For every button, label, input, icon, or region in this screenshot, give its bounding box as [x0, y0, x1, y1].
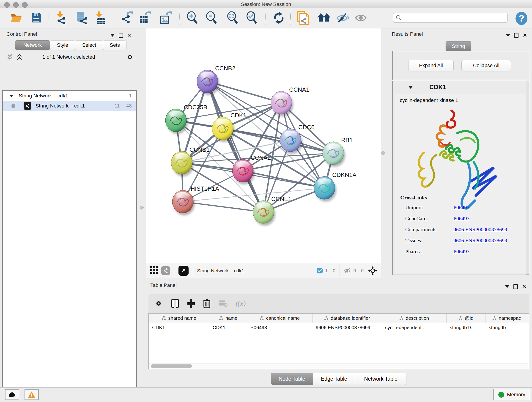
network-node-cdk1[interactable] — [212, 117, 234, 142]
enable-glass-ball-button[interactable] — [336, 11, 349, 25]
panel-close-icon[interactable]: ✕ — [127, 32, 132, 38]
table-column-header[interactable]: canonical name — [247, 313, 312, 323]
table-column-header[interactable]: database identifier — [312, 313, 382, 323]
cloud-status-button[interactable] — [5, 389, 19, 400]
right-splitter-knob[interactable] — [381, 151, 385, 155]
table-column-header[interactable]: name — [209, 313, 247, 323]
table-column-header[interactable]: namespac — [486, 313, 528, 323]
panel-float-icon[interactable] — [506, 34, 510, 37]
save-icon — [31, 12, 42, 23]
string-protein-query-button[interactable] — [297, 11, 310, 25]
table-column-header[interactable]: shared name — [149, 313, 209, 323]
export-table-icon — [139, 12, 151, 24]
network-edge[interactable] — [207, 81, 333, 153]
network-node-ccnb2[interactable] — [197, 70, 219, 95]
table-cell[interactable]: CDK1 — [149, 323, 209, 332]
help-button[interactable]: ? — [515, 12, 528, 26]
panel-undock-icon[interactable] — [513, 284, 518, 289]
panel-close-icon[interactable]: ✕ — [523, 32, 527, 38]
tab-string[interactable]: String — [446, 41, 471, 51]
panel-float-icon[interactable] — [110, 34, 114, 37]
delete-column-trash-icon[interactable] — [203, 299, 211, 308]
open-session-button[interactable] — [10, 11, 23, 25]
hidden-eye-slash-icon[interactable] — [344, 268, 351, 274]
string-document-icon — [297, 11, 309, 25]
network-row-selected[interactable]: String Network – cdk1 11 48 — [3, 101, 136, 111]
export-table-button[interactable] — [138, 11, 152, 25]
tab-node-table[interactable]: Node Table — [271, 373, 313, 385]
apply-layout-button[interactable] — [272, 11, 285, 25]
entry-header[interactable]: CDK1 — [393, 81, 530, 93]
add-column-plus-icon[interactable] — [187, 299, 195, 308]
table-cell[interactable]: stringdb:9... — [447, 323, 486, 332]
zoom-fit-button[interactable] — [226, 11, 239, 25]
collapse-all-networks-button[interactable] — [6, 54, 13, 61]
import-network-database-button[interactable] — [75, 11, 89, 25]
network-node-ccna1[interactable] — [271, 91, 293, 116]
results-scrollbar[interactable] — [526, 81, 529, 274]
panel-close-icon[interactable]: ✕ — [522, 284, 526, 289]
export-image-button[interactable] — [159, 11, 172, 25]
selected-checkbox-icon[interactable] — [317, 268, 323, 274]
expand-all-button[interactable]: Expand All — [408, 60, 454, 71]
expand-all-networks-button[interactable] — [16, 54, 23, 61]
network-node-cdkn1a[interactable] — [314, 177, 336, 202]
table-column-header[interactable]: description — [382, 313, 447, 323]
string-home-button[interactable] — [317, 11, 330, 25]
tab-style[interactable]: Style — [50, 40, 75, 50]
table-column-header[interactable]: @id — [447, 313, 486, 323]
warnings-button[interactable] — [25, 389, 39, 400]
crosslink-link[interactable]: 9606.ENSP00000378699 — [453, 227, 507, 233]
network-collection-row[interactable]: String Network – cdk1 1 — [3, 91, 136, 101]
panel-undock-icon[interactable] — [119, 33, 123, 38]
table-hscrollbar-thumb[interactable] — [151, 364, 192, 368]
zoom-out-button[interactable] — [205, 11, 218, 25]
crosslink-link[interactable]: P06493 — [453, 205, 469, 211]
network-edge[interactable] — [243, 171, 324, 188]
zoom-selected-button[interactable] — [245, 11, 259, 25]
tab-edge-table[interactable]: Edge Table — [313, 373, 355, 385]
network-node-cdc25b[interactable] — [165, 109, 188, 134]
tab-network-table[interactable]: Network Table — [355, 373, 406, 385]
save-session-button[interactable] — [30, 11, 43, 25]
detach-view-button[interactable] — [178, 266, 189, 276]
network-overview-toggle[interactable] — [161, 266, 170, 275]
network-options-button[interactable] — [126, 53, 134, 62]
table-hscrollbar-track — [149, 364, 528, 369]
zoom-in-button[interactable] — [186, 11, 199, 25]
network-node-rb1[interactable] — [323, 142, 345, 167]
table-cell[interactable]: stringdb — [486, 323, 528, 332]
table-options-gear-icon[interactable] — [154, 299, 163, 308]
import-network-file-button[interactable] — [54, 11, 67, 25]
panel-float-icon[interactable] — [505, 285, 509, 288]
export-network-button[interactable] — [120, 11, 133, 25]
memory-button[interactable]: Memory — [493, 389, 530, 400]
fit-selection-crosshair-icon[interactable] — [368, 266, 377, 275]
show-columns-icon[interactable] — [171, 299, 179, 308]
birds-eye-view-button[interactable] — [150, 266, 158, 275]
collapse-all-button[interactable]: Collapse All — [462, 60, 511, 71]
show-graphics-details-button[interactable] — [354, 11, 367, 25]
crosslink-link[interactable]: 9606.ENSP00000378699 — [453, 238, 507, 244]
import-table-button[interactable] — [94, 11, 107, 25]
crosslink-link[interactable]: P06493 — [453, 216, 469, 222]
table-cell[interactable]: CDK1 — [209, 323, 247, 332]
search-box[interactable] — [393, 13, 508, 23]
table-row[interactable]: CDK1CDK1P064939606.ENSP00000378699cyclin… — [149, 323, 529, 332]
left-splitter-knob[interactable] — [140, 206, 144, 210]
table-cell[interactable]: cyclin-dependent ... — [382, 323, 447, 332]
status-bar: Memory — [0, 387, 532, 402]
network-node-hist1h1a[interactable] — [172, 190, 195, 216]
search-input[interactable] — [402, 15, 503, 21]
crosslink-label: Tissues: — [405, 238, 453, 244]
tab-sets[interactable]: Sets — [103, 40, 127, 50]
table-cell[interactable]: P06493 — [247, 323, 312, 332]
tab-network[interactable]: Network — [15, 40, 50, 50]
table-cell[interactable]: 9606.ENSP00000378699 — [312, 323, 382, 332]
network-node-ccna2[interactable] — [232, 159, 255, 185]
crosslink-link[interactable]: P06493 — [453, 249, 469, 255]
node-label: CDK1 — [230, 112, 246, 119]
panel-undock-icon[interactable] — [514, 33, 519, 38]
tab-select[interactable]: Select — [75, 40, 103, 50]
network-edge[interactable] — [183, 202, 264, 212]
